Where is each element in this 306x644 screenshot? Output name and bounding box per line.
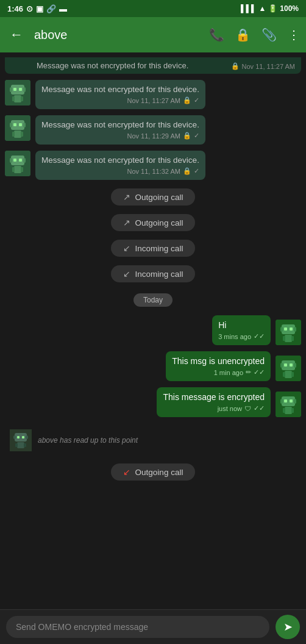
call-log-item: ↗ Outgoing call: [5, 188, 301, 206]
call-log-item: ↗ Outgoing call: [5, 214, 301, 231]
avatar-img: [5, 115, 30, 141]
message-row-sent: This msg is unencrypted 1 min ago ✏ ✓✓: [5, 351, 301, 381]
avatar: [5, 115, 30, 141]
input-bar: ➤: [0, 609, 306, 644]
partial-msg-text: Message was not encrypted for this devic…: [37, 61, 188, 70]
battery-pct: 100%: [280, 4, 299, 13]
svg-rect-37: [282, 360, 295, 370]
message-text: Message was not encrypted for this devic…: [41, 120, 199, 129]
sent-avatar: [276, 320, 301, 345]
svg-rect-2: [10, 87, 12, 92]
sent-avatar-img: [276, 356, 301, 381]
svg-rect-40: [284, 363, 287, 367]
avatar-img: [5, 151, 30, 176]
svg-rect-56: [13, 435, 16, 439]
message-row: Message was not encrypted for this devic…: [5, 151, 301, 180]
svg-rect-22: [13, 159, 16, 162]
status-left: 1:46 ⊙ ▣ 🔗 ▬: [7, 4, 67, 13]
chat-title[interactable]: above: [34, 28, 202, 42]
send-icon: ➤: [283, 620, 293, 634]
message-row: Message was not encrypted for this devic…: [5, 115, 301, 145]
check-icon: ✓: [194, 167, 199, 175]
check-double-icon: ✓✓: [254, 368, 265, 376]
status-icon-2: ▣: [36, 4, 43, 13]
message-input[interactable]: [6, 616, 269, 638]
svg-rect-13: [13, 123, 16, 126]
svg-rect-26: [21, 167, 23, 172]
svg-rect-24: [14, 166, 21, 173]
read-receipt-avatar-img: [10, 429, 32, 451]
svg-rect-16: [12, 132, 15, 137]
message-meta: 1 min ago ✏ ✓✓: [172, 368, 265, 376]
svg-rect-32: [290, 327, 293, 331]
check-double-icon: ✓✓: [254, 404, 265, 412]
lock-icon: 🔒: [183, 132, 191, 140]
call-label: Incoming call: [135, 244, 183, 253]
menu-button[interactable]: ⋮: [288, 27, 300, 42]
back-button[interactable]: ←: [6, 23, 27, 46]
send-button[interactable]: ➤: [276, 615, 300, 639]
message-meta: Nov 11, 11:29 AM 🔒 ✓: [41, 132, 199, 140]
lock-icon: 🔒: [183, 167, 191, 175]
svg-rect-38: [280, 363, 283, 368]
read-receipt-avatar: [10, 429, 32, 451]
incoming-call-icon: ↙: [123, 269, 130, 279]
call-bubble: ↙ Incoming call: [111, 265, 196, 282]
avatar: [5, 80, 30, 106]
svg-rect-17: [21, 132, 23, 137]
signal-icon: ▌▌▌: [241, 4, 257, 13]
svg-rect-47: [280, 399, 283, 404]
attach-button[interactable]: 📎: [262, 27, 277, 42]
time: 1:46: [7, 4, 23, 13]
today-divider: Today: [5, 293, 301, 307]
svg-rect-59: [22, 436, 24, 438]
msg-time: just now: [218, 405, 242, 412]
status-icon-4: ▬: [59, 4, 67, 13]
svg-rect-14: [19, 123, 22, 126]
msg-time: Nov 11, 11:29 AM: [127, 132, 180, 140]
svg-rect-1: [11, 85, 24, 95]
svg-rect-35: [291, 336, 294, 341]
call-bubble: ↗ Outgoing call: [111, 214, 196, 231]
message-meta: Nov 11, 11:32 AM 🔒 ✓: [41, 167, 199, 175]
lock-button[interactable]: 🔒: [235, 27, 251, 42]
svg-rect-43: [283, 372, 285, 377]
message-bubble-sent: This message is encrypted just now 🛡 ✓✓: [157, 387, 271, 417]
status-icon-3: 🔗: [46, 4, 56, 13]
read-receipt-text: above has read up to this point: [38, 436, 138, 445]
svg-rect-50: [290, 399, 293, 402]
today-badge: Today: [133, 293, 173, 307]
svg-rect-51: [285, 407, 292, 414]
svg-rect-3: [23, 87, 26, 92]
svg-rect-15: [14, 131, 21, 138]
check-icon: ✓: [194, 132, 199, 140]
svg-rect-42: [285, 371, 292, 378]
message-row: Message was not encrypted for this devic…: [5, 80, 301, 109]
phone-button[interactable]: 📞: [209, 27, 224, 42]
call-bubble: ↗ Outgoing call: [111, 188, 196, 206]
sent-avatar: [276, 356, 301, 381]
incoming-call-icon: ↙: [123, 243, 130, 253]
svg-rect-12: [23, 123, 26, 127]
svg-rect-55: [15, 433, 27, 442]
call-label: Outgoing call: [135, 218, 183, 227]
svg-rect-28: [282, 324, 295, 334]
shield-icon: 🛡: [244, 405, 251, 412]
svg-rect-57: [26, 435, 28, 439]
back-icon: ←: [10, 27, 23, 42]
partial-msg-meta: 🔒 Nov 11, 11:27 AM: [231, 62, 295, 70]
svg-rect-61: [15, 443, 18, 447]
message-text: Hi: [218, 320, 265, 330]
svg-rect-44: [291, 372, 294, 377]
call-label: Outgoing call: [135, 193, 183, 202]
svg-rect-8: [21, 96, 23, 101]
outgoing-call-icon: ↗: [123, 192, 130, 202]
call-log-item-bottom: ↙ Outgoing call: [5, 463, 301, 481]
msg-time: 3 mins ago: [218, 333, 251, 340]
status-bar: 1:46 ⊙ ▣ 🔗 ▬ ▌▌▌ ▲ 🔋 100%: [0, 0, 306, 17]
sent-avatar-img: [276, 392, 301, 417]
outgoing-call-icon: ↗: [123, 218, 130, 227]
sent-avatar: [276, 392, 301, 417]
message-bubble-sent: This msg is unencrypted 1 min ago ✏ ✓✓: [166, 351, 271, 381]
wifi-icon: ▲: [258, 4, 266, 13]
